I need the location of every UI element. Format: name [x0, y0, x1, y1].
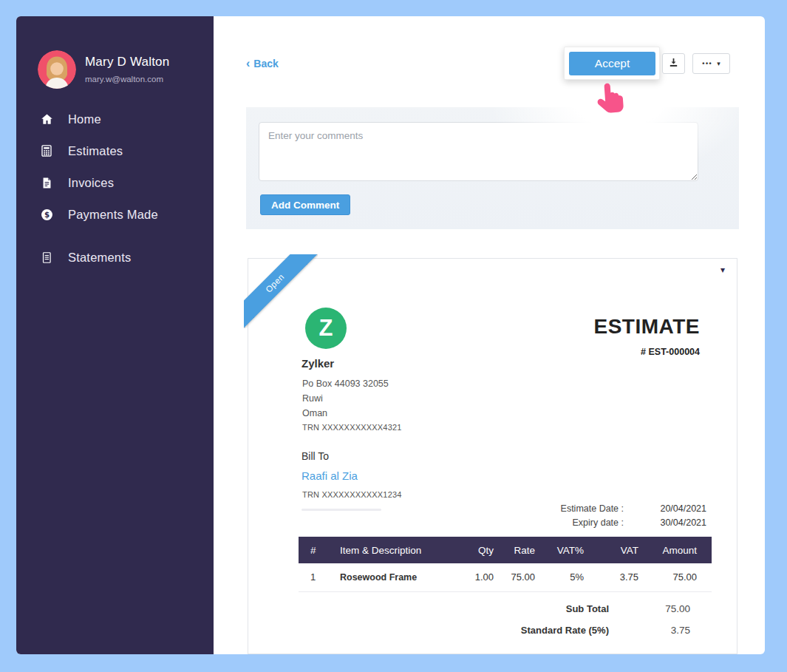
- customer-name-link[interactable]: Raafi al Zia: [301, 469, 358, 482]
- sidebar-item-invoices[interactable]: Invoices: [39, 170, 114, 195]
- sidebar-item-label: Home: [68, 112, 101, 126]
- cell-vat: 3.75: [600, 563, 649, 591]
- accept-callout: Accept: [564, 47, 660, 80]
- user-name: Mary D Walton: [85, 55, 169, 69]
- col-vat: VAT: [600, 537, 649, 563]
- sidebar-item-payments-made[interactable]: $ Payments Made: [39, 202, 158, 227]
- expiry-date-row: Expiry date : 30/04/2021: [520, 517, 706, 528]
- estimate-date-value: 20/04/2021: [624, 503, 706, 514]
- sidebar-item-label: Invoices: [68, 176, 114, 190]
- table-row: 1 Rosewood Frame 1.00 75.00 5% 3.75 75.0…: [299, 563, 712, 591]
- cell-amount: 75.00: [649, 563, 712, 591]
- invoice-icon: [39, 175, 54, 190]
- col-rate: Rate: [500, 537, 548, 563]
- svg-text:$: $: [44, 210, 49, 219]
- sidebar-item-label: Statements: [68, 251, 131, 265]
- home-icon: [39, 112, 54, 126]
- col-item-description: Item & Description: [331, 537, 457, 563]
- customer-portal-page: Mary D Walton mary.w@walton.com Home: [0, 0, 787, 672]
- cell-item-description: Rosewood Frame: [331, 563, 457, 591]
- col-number: #: [299, 537, 331, 563]
- collapse-caret-icon[interactable]: ▾: [720, 265, 725, 275]
- col-qty: Qty: [457, 537, 500, 563]
- download-icon: [668, 57, 679, 71]
- bill-to-label: Bill To: [301, 450, 329, 462]
- ellipsis-icon: •••: [702, 60, 712, 67]
- col-vat-percent: VAT%: [548, 537, 600, 563]
- address-line: Po Box 44093 32055: [302, 376, 389, 391]
- back-chevron-icon: ‹: [246, 58, 250, 69]
- zylker-logo-letter: Z: [319, 315, 333, 342]
- address-line: Ruwi: [302, 391, 389, 406]
- sidebar: Mary D Walton mary.w@walton.com Home: [16, 16, 214, 654]
- sidebar-item-label: Payments Made: [68, 208, 158, 222]
- zylker-logo: Z: [305, 308, 347, 349]
- more-actions-button[interactable]: ••• ▾: [692, 53, 730, 74]
- sidebar-item-home[interactable]: Home: [39, 106, 101, 132]
- address-line: Oman: [302, 406, 389, 421]
- line-items-table: # Item & Description Qty Rate VAT% VAT A…: [299, 537, 712, 592]
- calculator-icon: [39, 143, 54, 158]
- tax-label: Standard Rate (5%): [439, 625, 609, 636]
- subtotal-value: 75.00: [609, 603, 690, 614]
- cell-rate: 75.00: [500, 563, 548, 591]
- download-button[interactable]: [662, 53, 685, 74]
- divider: [301, 509, 381, 511]
- company-name: Zylker: [301, 357, 334, 370]
- comment-panel: Add Comment: [246, 107, 739, 229]
- dollar-coin-icon: $: [39, 207, 54, 222]
- cell-number: 1: [299, 563, 331, 591]
- tax-row: Standard Rate (5%) 3.75: [439, 625, 690, 636]
- chevron-down-icon: ▾: [717, 60, 720, 67]
- status-ribbon-label: Open: [244, 254, 318, 328]
- app-window: Mary D Walton mary.w@walton.com Home: [16, 16, 765, 654]
- user-email: mary.w@walton.com: [85, 75, 163, 84]
- statement-icon: [39, 250, 54, 265]
- customer-trn: TRN XXXXXXXXXXX1234: [302, 490, 402, 499]
- cell-qty: 1.00: [457, 563, 500, 591]
- expiry-date-label: Expiry date :: [520, 517, 624, 528]
- document-title: ESTIMATE: [594, 315, 700, 339]
- col-amount: Amount: [649, 537, 712, 563]
- estimate-date-label: Estimate Date :: [520, 503, 624, 514]
- document-number: # EST-000004: [641, 347, 700, 357]
- back-label: Back: [253, 58, 278, 69]
- subtotal-row: Sub Total 75.00: [439, 603, 690, 614]
- status-ribbon: Open: [244, 254, 318, 328]
- back-button[interactable]: ‹ Back: [246, 58, 279, 69]
- subtotal-label: Sub Total: [439, 603, 609, 614]
- sidebar-item-estimates[interactable]: Estimates: [39, 138, 123, 163]
- sidebar-item-statements[interactable]: Statements: [39, 245, 131, 270]
- company-address: Po Box 44093 32055 Ruwi Oman: [302, 376, 389, 421]
- table-header-row: # Item & Description Qty Rate VAT% VAT A…: [299, 537, 712, 563]
- add-comment-button[interactable]: Add Comment: [260, 194, 350, 215]
- estimate-document-card: ▾ Open Z Zylker Po Box 44093 32055 Ruwi …: [248, 258, 737, 654]
- comment-input[interactable]: [259, 122, 698, 181]
- company-trn: TRN XXXXXXXXXXX4321: [302, 423, 402, 432]
- sidebar-item-label: Estimates: [68, 144, 123, 158]
- estimate-date-row: Estimate Date : 20/04/2021: [520, 503, 706, 514]
- accept-button[interactable]: Accept: [569, 52, 655, 75]
- expiry-date-value: 30/04/2021: [624, 517, 706, 528]
- cell-vat-percent: 5%: [548, 563, 600, 591]
- avatar: [38, 50, 76, 89]
- tax-value: 3.75: [609, 625, 690, 636]
